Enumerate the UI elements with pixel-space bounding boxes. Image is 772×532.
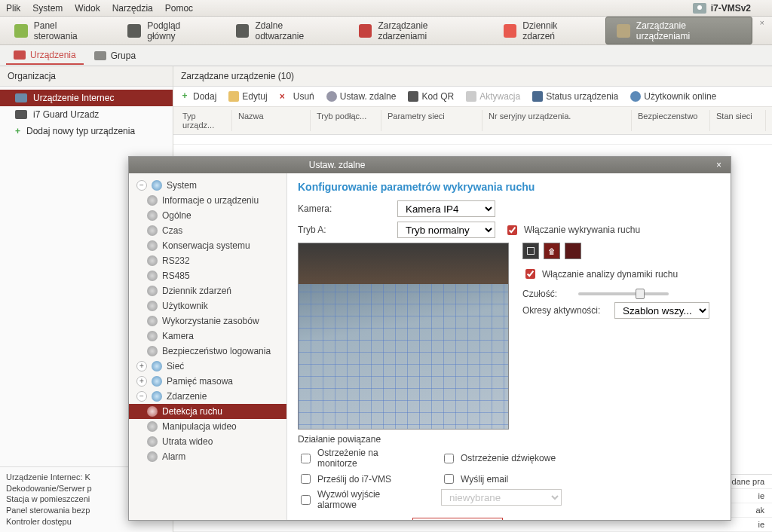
trash-icon: 🗑 [548,247,556,255]
tree-system[interactable]: −System [129,178,286,193]
managed-toolbar: +Dodaj Edytuj ×Usuń Ustaw. zdalne Kod QR… [173,87,772,107]
tree-event[interactable]: −Zdarzenie [129,389,286,404]
tab-control-panel[interactable]: Panel sterowania [3,17,113,44]
dialog-close-button[interactable]: × [713,160,725,170]
sensitivity-label: Czułość: [522,289,568,299]
chk-send-vms[interactable]: Prześlij do i7-VMS [298,472,418,486]
gear-icon [147,346,158,356]
tab-device-mgmt[interactable]: Zarządzanie urządzeniami [605,17,752,44]
collapse-icon[interactable]: − [136,391,147,402]
trigger-select[interactable]: Kamera IP04 [412,518,503,520]
org-item-i7guard[interactable]: i7 Guard Urzadz [0,106,173,123]
gear-icon [147,406,158,417]
gear-icon [147,210,158,221]
log-icon [504,24,517,38]
qr-button[interactable]: Kod QR [408,91,454,102]
org-item-internec[interactable]: Urządzenie Internec [0,90,173,106]
tree-resources[interactable]: Wykorzystanie zasobów [129,313,286,329]
tree-motion-detect[interactable]: Detekcja ruchu [129,404,286,419]
org-add-type[interactable]: +Dodaj nowy typ urządzenia [0,123,173,139]
sensitivity-slider[interactable] [578,292,669,295]
menu-plik[interactable]: Plik [6,3,20,14]
gear-icon [147,286,158,296]
online-user-button[interactable]: Użytkownik online [630,91,716,102]
enable-dynamic-checkbox[interactable]: Włączanie analizy dynamiki ruchu [522,267,720,281]
settings-tree[interactable]: −System Informacje o urządzeniu Ogólne C… [129,173,287,520]
chk-send-email[interactable]: Wyślij email [441,472,562,486]
chk-monitor-warning[interactable]: Ostrzeżenie na monitorze [298,448,418,469]
collapse-icon[interactable]: − [136,180,147,191]
subtab-group[interactable]: Grupa [87,47,143,64]
tree-user[interactable]: Użytkownik [129,298,286,313]
linked-action-title: Działanie powiązane [298,434,720,445]
add-button[interactable]: +Dodaj [179,91,216,102]
main-toolbar: Panel sterowania Podgląd główny Zdalne o… [0,17,772,45]
menu-system[interactable]: System [32,3,63,14]
tab-remote-playback[interactable]: Zdalne odtwarzanie [225,17,345,44]
tree-rs232[interactable]: RS232 [129,253,286,268]
table-row[interactable] [173,135,772,145]
chk-sound-warning[interactable]: Ostrzeżenie dźwiękowe [441,448,562,469]
organization-title: Organizacja [0,66,173,87]
chk-alarm-out[interactable]: Wyzwól wyjście alarmowe [298,489,418,510]
tree-time[interactable]: Czas [129,223,286,238]
tree-video-tamper[interactable]: Manipulacja wideo [129,419,286,434]
camera-label: Kamera: [298,203,388,214]
tab-event-mgmt[interactable]: Zarządzanie zdarzeniami [348,17,489,44]
tree-network[interactable]: +Sieć [129,359,286,374]
globe-icon [152,391,162,402]
delete-button[interactable]: ×Usuń [280,91,314,102]
menu-widok[interactable]: Widok [75,3,100,14]
clear-area-button[interactable]: 🗑 [544,243,560,259]
status-button[interactable]: Status urządzenia [532,91,618,102]
periods-select[interactable]: Szablon wszy... [614,302,709,319]
enable-detection-checkbox[interactable]: Włączanie wykrywania ruchu [504,223,640,237]
periods-label: Okresy aktywności: [522,305,605,316]
mode-select[interactable]: Tryb normalny [397,222,495,238]
col-serial[interactable]: Nr seryjny urządzenia. [486,110,632,131]
menu-bar: Plik System Widok Narzędzia Pomoc i7-VMS… [0,0,772,17]
alarm-out-select[interactable]: niewybrane [441,489,562,506]
col-name[interactable]: Nazwa [235,110,311,131]
detection-area-preview[interactable] [298,243,509,430]
col-type[interactable]: Typ urządz... [179,110,232,131]
col-state[interactable]: Stan sieci [713,110,766,131]
tree-alarm[interactable]: Alarm [129,449,286,464]
brand-icon [693,3,706,14]
col-conn[interactable]: Tryb podłąc... [314,110,381,131]
tree-device-info[interactable]: Informacje o urządzeniu [129,193,286,208]
tab-close-button[interactable]: × [755,17,769,29]
col-net[interactable]: Parametry sieci [384,110,482,131]
tab-event-log[interactable]: Dziennik zdarzeń [492,17,602,44]
menu-pomoc[interactable]: Pomoc [165,3,193,14]
dialog-titlebar[interactable]: Ustaw. zdalne × [129,157,731,173]
remote-settings-button[interactable]: Ustaw. zdalne [326,91,397,102]
subtab-devices[interactable]: Urządzenia [6,47,84,65]
globe-icon [152,376,162,387]
camera-select[interactable]: Kamera IP4 [397,200,495,217]
draw-full-button[interactable] [522,243,539,259]
tree-video-loss[interactable]: Utrata wideo [129,434,286,449]
edit-button[interactable]: Edytuj [228,91,267,102]
activate-button[interactable]: Aktywacja [466,91,520,102]
tree-camera[interactable]: Kamera [129,329,286,344]
tree-eventlog[interactable]: Dziennik zdarzeń [129,283,286,298]
fill-area-button[interactable] [565,243,581,259]
gear-icon [147,195,158,206]
event-icon [359,24,372,38]
detection-side-controls: 🗑 Włączanie analizy dynamiki ruchu Czuło… [522,243,720,430]
managed-title: Zarządzane urządzenie (10) [173,66,772,87]
menu-narzedzia[interactable]: Narzędzia [112,3,153,14]
tab-main-view[interactable]: Podgląd główny [116,17,221,44]
tree-general[interactable]: Ogólne [129,208,286,223]
tree-login-security[interactable]: Bezpieczeństwo logowania [129,344,286,359]
col-sec[interactable]: Bezpieczenstwo [635,110,710,131]
gear-icon [147,240,158,251]
expand-icon[interactable]: + [136,361,147,371]
tree-maintenance[interactable]: Konserwacja systemu [129,238,286,253]
device-icon [617,24,630,38]
tree-storage[interactable]: +Pamięć masowa [129,374,286,389]
tree-rs485[interactable]: RS485 [129,268,286,283]
expand-icon[interactable]: + [136,376,147,387]
gear-icon [147,225,158,236]
